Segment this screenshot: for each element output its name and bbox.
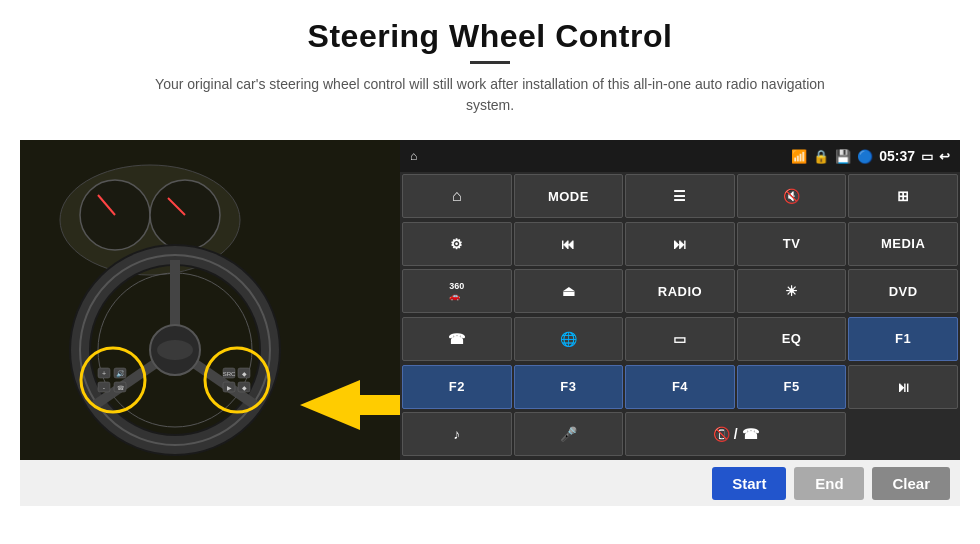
- btn-hangup[interactable]: 📵 / ☎: [625, 412, 846, 456]
- btn-f3[interactable]: F3: [514, 365, 624, 409]
- btn-mode[interactable]: MODE: [514, 174, 624, 218]
- btn-list[interactable]: [625, 174, 735, 218]
- bt-icon: 🔵: [857, 149, 873, 164]
- title-section: Steering Wheel Control Your original car…: [140, 18, 840, 116]
- btn-tv[interactable]: TV: [737, 222, 847, 266]
- list-icon: [673, 188, 686, 204]
- screen-icon: ▭: [921, 149, 933, 164]
- mic-icon: 🎤: [560, 426, 577, 442]
- page-wrapper: Steering Wheel Control Your original car…: [0, 0, 980, 544]
- brightness-icon: ☀: [785, 283, 798, 299]
- bottom-bar: Start End Clear: [20, 460, 960, 506]
- btn-brightness[interactable]: ☀: [737, 269, 847, 313]
- page-title: Steering Wheel Control: [140, 18, 840, 55]
- end-button[interactable]: End: [794, 467, 864, 500]
- btn-mute[interactable]: 🔇: [737, 174, 847, 218]
- btn-f5[interactable]: F5: [737, 365, 847, 409]
- control-panel: ⌂ 📶 🔒 💾 🔵 05:37 ▭ ↩ MODE 🔇: [400, 140, 960, 460]
- browser-icon: 🌐: [560, 331, 577, 347]
- photo-background: + 🔊 - ☎ SRC ◆ ▶ ◆: [20, 140, 400, 460]
- settings-icon: [450, 236, 463, 252]
- btn-f4[interactable]: F4: [625, 365, 735, 409]
- steering-wheel-svg: + 🔊 - ☎ SRC ◆ ▶ ◆: [20, 140, 400, 460]
- btn-prev[interactable]: ⏮: [514, 222, 624, 266]
- music-icon: ♪: [453, 426, 460, 442]
- btn-eject[interactable]: ⏏: [514, 269, 624, 313]
- svg-text:☎: ☎: [117, 385, 125, 391]
- phone-icon: ☎: [448, 331, 465, 347]
- btn-music[interactable]: ♪: [402, 412, 512, 456]
- button-grid: MODE 🔇 ⊞ ⏮ ⏭ TV MEDIA 360🚗 ⏏ RADIO ☀ DVD: [400, 172, 960, 460]
- btn-settings[interactable]: [402, 222, 512, 266]
- next-icon: ⏭: [673, 236, 687, 252]
- svg-text:◆: ◆: [242, 371, 247, 377]
- btn-phone[interactable]: ☎: [402, 317, 512, 361]
- screen-ctrl-icon: ▭: [673, 331, 686, 347]
- btn-f1[interactable]: F1: [848, 317, 958, 361]
- btn-next[interactable]: ⏭: [625, 222, 735, 266]
- eject-icon: ⏏: [562, 283, 575, 299]
- time-display: 05:37: [879, 148, 915, 164]
- btn-media[interactable]: MEDIA: [848, 222, 958, 266]
- svg-text:🔊: 🔊: [116, 369, 125, 378]
- clear-button[interactable]: Clear: [872, 467, 950, 500]
- svg-point-14: [157, 340, 193, 360]
- btn-eq[interactable]: EQ: [737, 317, 847, 361]
- btn-dvd[interactable]: DVD: [848, 269, 958, 313]
- status-right: 📶 🔒 💾 🔵 05:37 ▭ ↩: [791, 148, 950, 164]
- btn-browser[interactable]: 🌐: [514, 317, 624, 361]
- btn-mic[interactable]: 🎤: [514, 412, 624, 456]
- btn-playpause[interactable]: ⏯: [848, 365, 958, 409]
- btn-radio[interactable]: RADIO: [625, 269, 735, 313]
- steering-wheel-photo: + 🔊 - ☎ SRC ◆ ▶ ◆: [20, 140, 400, 460]
- svg-text:◆: ◆: [242, 385, 247, 391]
- status-left: ⌂: [410, 149, 417, 163]
- btn-360[interactable]: 360🚗: [402, 269, 512, 313]
- mute-icon: 🔇: [783, 188, 800, 204]
- svg-text:▶: ▶: [227, 385, 232, 391]
- 360-icon: 360🚗: [449, 281, 464, 301]
- btn-f2[interactable]: F2: [402, 365, 512, 409]
- btn-screen[interactable]: ▭: [625, 317, 735, 361]
- wifi-icon: 📶: [791, 149, 807, 164]
- back-icon: ↩: [939, 149, 950, 164]
- start-button[interactable]: Start: [712, 467, 786, 500]
- content-area: + 🔊 - ☎ SRC ◆ ▶ ◆: [20, 140, 960, 460]
- playpause-icon: ⏯: [896, 379, 910, 395]
- status-bar: ⌂ 📶 🔒 💾 🔵 05:37 ▭ ↩: [400, 140, 960, 172]
- hangup-icon: 📵 / ☎: [713, 426, 759, 442]
- prev-icon: ⏮: [561, 236, 575, 252]
- home-status-icon: ⌂: [410, 149, 417, 163]
- apps-icon: ⊞: [897, 188, 909, 204]
- home-icon: [452, 187, 462, 205]
- svg-text:SRC: SRC: [223, 371, 236, 377]
- page-subtitle: Your original car's steering wheel contr…: [140, 74, 840, 116]
- title-divider: [470, 61, 510, 64]
- btn-home[interactable]: [402, 174, 512, 218]
- sd-icon: 💾: [835, 149, 851, 164]
- svg-text:+: +: [102, 370, 106, 377]
- btn-apps[interactable]: ⊞: [848, 174, 958, 218]
- lock-icon: 🔒: [813, 149, 829, 164]
